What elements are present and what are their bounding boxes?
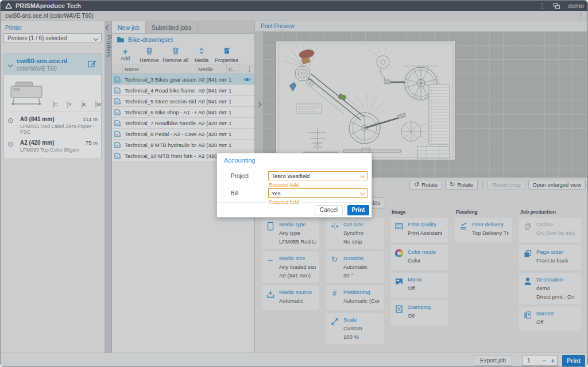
project-select[interactable]: Tesco Westfield xyxy=(268,171,368,180)
project-select-value: Tesco Westfield xyxy=(272,173,310,179)
dialog-print-button[interactable]: Print xyxy=(347,205,369,215)
chevron-down-icon xyxy=(360,191,365,195)
cancel-button[interactable]: Cancel xyxy=(315,205,343,215)
bill-label: Bill xyxy=(231,190,238,196)
project-required-hint: Required field xyxy=(269,182,299,188)
app-window: PRISMAproduce Tech ⋮ demo cwt60-sns.oce.… xyxy=(0,0,588,367)
chevron-down-icon xyxy=(360,173,365,178)
bill-select[interactable]: Yes xyxy=(268,188,368,198)
accounting-dialog: Accounting Project Tesco Westfield Requi… xyxy=(216,153,372,218)
project-label: Project xyxy=(231,173,249,179)
dialog-footer: Cancel Print xyxy=(217,202,372,217)
bill-select-value: Yes xyxy=(272,190,281,196)
dialog-title: Accounting xyxy=(224,157,255,164)
